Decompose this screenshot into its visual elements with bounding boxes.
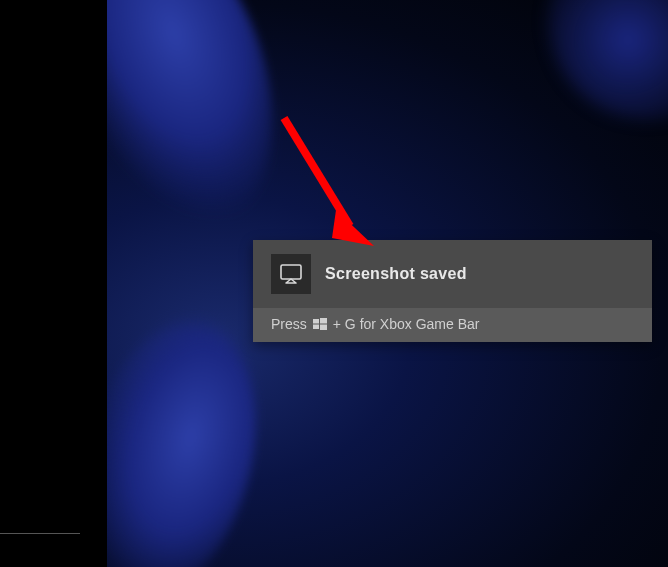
windows-key-icon [313, 317, 327, 331]
notification-title: Screenshot saved [325, 265, 467, 283]
svg-rect-3 [281, 265, 301, 279]
svg-rect-5 [320, 318, 327, 324]
wallpaper-shape [107, 0, 312, 253]
side-panel-divider [0, 533, 80, 534]
wallpaper-shape [548, 0, 668, 120]
screenshot-icon [280, 264, 302, 284]
notification-icon-box [271, 254, 311, 294]
hint-prefix: Press [271, 316, 307, 332]
side-panel [0, 0, 107, 567]
svg-rect-7 [320, 325, 327, 331]
hint-suffix: + G for Xbox Game Bar [333, 316, 480, 332]
wallpaper-shape [107, 303, 284, 567]
notification-hint: Press + G for Xbox Game Bar [253, 308, 652, 342]
svg-rect-6 [313, 325, 319, 330]
notification-header: Screenshot saved [253, 240, 652, 308]
svg-rect-4 [313, 319, 319, 324]
screenshot-saved-notification[interactable]: Screenshot saved Press + G for Xbox Game… [253, 240, 652, 342]
